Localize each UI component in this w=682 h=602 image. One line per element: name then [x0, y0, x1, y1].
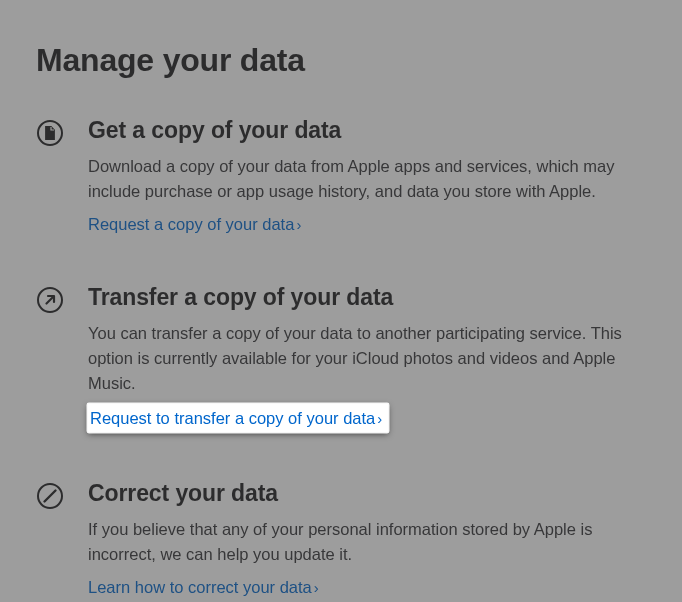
section-get-copy: Get a copy of your data Download a copy … — [36, 117, 646, 236]
chevron-right-icon: › — [377, 410, 382, 427]
svg-line-4 — [45, 491, 56, 502]
page-title: Manage your data — [36, 42, 646, 79]
section-desc-transfer: You can transfer a copy of your data to … — [88, 321, 626, 395]
link-request-copy-text: Request a copy of your data — [88, 215, 294, 233]
document-icon — [36, 117, 88, 147]
arrow-out-icon — [36, 284, 88, 314]
chevron-right-icon: › — [314, 579, 319, 596]
highlighted-link-callout: Request to transfer a copy of your data› — [88, 404, 388, 433]
link-request-transfer-text: Request to transfer a copy of your data — [90, 409, 375, 427]
link-correct-data-text: Learn how to correct your data — [88, 578, 312, 596]
section-correct: Correct your data If you believe that an… — [36, 480, 646, 599]
chevron-right-icon: › — [296, 216, 301, 233]
manage-data-panel: Manage your data Get a copy of your data… — [0, 0, 682, 600]
section-transfer: Transfer a copy of your data You can tra… — [36, 284, 646, 432]
link-request-copy[interactable]: Request a copy of your data› — [88, 212, 301, 237]
section-desc-get-copy: Download a copy of your data from Apple … — [88, 154, 626, 204]
pencil-icon — [36, 480, 88, 510]
link-correct-data[interactable]: Learn how to correct your data› — [88, 575, 319, 600]
link-request-transfer[interactable]: Request to transfer a copy of your data› — [90, 406, 382, 431]
section-heading-correct: Correct your data — [88, 480, 626, 507]
section-heading-get-copy: Get a copy of your data — [88, 117, 626, 144]
section-desc-correct: If you believe that any of your personal… — [88, 517, 626, 567]
svg-line-2 — [47, 297, 54, 304]
section-heading-transfer: Transfer a copy of your data — [88, 284, 626, 311]
